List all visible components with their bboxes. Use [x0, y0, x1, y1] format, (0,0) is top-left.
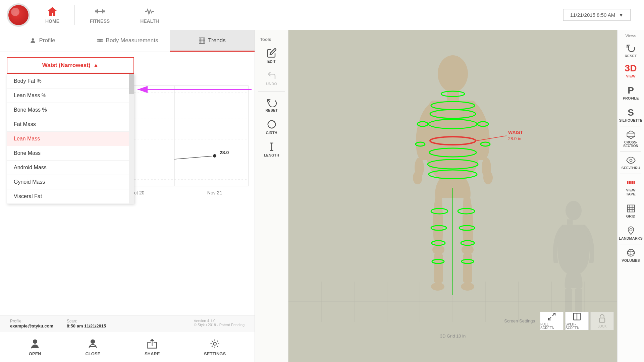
svg-point-5 [32, 38, 34, 41]
dropdown-item-lean-mass[interactable]: Lean Mass [7, 132, 134, 146]
svg-rect-105 [627, 181, 635, 184]
svg-line-97 [548, 317, 551, 320]
view-silhouette[interactable]: S SILHOUETTE [619, 106, 642, 124]
dropdown-item-bone-mass-pct[interactable]: Bone Mass % [7, 103, 134, 117]
svg-text:+: + [31, 345, 33, 350]
svg-marker-101 [627, 131, 635, 138]
tool-undo: UNDO [257, 68, 286, 88]
dropdown-item-body-fat[interactable]: Body Fat % [7, 74, 134, 88]
toolbar-open[interactable]: + OPEN [29, 338, 41, 356]
view-grid[interactable]: GRID [619, 202, 642, 220]
view-tape[interactable]: VIEW TAPE [619, 176, 642, 198]
svg-point-115 [630, 229, 632, 231]
views-sidebar: Views RESET 3D VIEW P PROFILE S SIL [617, 30, 644, 362]
dropdown-item-visceral-fat[interactable]: Visceral Fat [7, 189, 134, 204]
svg-point-104 [630, 159, 632, 162]
nav-health[interactable]: HEALTH [135, 4, 164, 25]
screen-settings-bar: Screen Settings FULL SCREEN SPLIT-SCREEN [288, 312, 617, 330]
view-volumes[interactable]: VOLUMES [619, 246, 642, 264]
grid-info: 3D Grid 10 in [288, 334, 617, 339]
human-model-svg: WAIST (NARROWEST) 28.0 in [382, 54, 523, 305]
measurement-dropdown-button[interactable]: Waist (Narrowest) ▲ [7, 57, 134, 74]
tab-body-measurements[interactable]: Body Measurements [85, 30, 170, 52]
profile-info-profile: Profile: example@styku.com [10, 319, 53, 328]
svg-point-42 [268, 121, 275, 128]
view-divider-5 [620, 174, 641, 174]
dropdown-item-fat-mass[interactable]: Fat Mass [7, 117, 134, 132]
arrow-annotation [134, 81, 255, 99]
svg-rect-100 [599, 318, 605, 322]
svg-rect-6 [97, 39, 103, 42]
toolbar-share[interactable]: SHARE [145, 338, 160, 356]
svg-rect-4 [98, 11, 102, 12]
view-divider-7 [620, 222, 641, 222]
dropdown-item-lean-mass-pct[interactable]: Lean Mass % [7, 88, 134, 103]
top-navigation: HOME FITNESS HEALTH 11/21/2015 8:50 AM ▼ [0, 0, 644, 30]
tab-trends[interactable]: Trends [170, 30, 255, 52]
svg-point-41 [213, 342, 216, 345]
svg-point-38 [91, 339, 95, 344]
view-profile[interactable]: P PROFILE [619, 84, 642, 102]
svg-text:28.0 in: 28.0 in [508, 136, 521, 141]
version-info: Version 4.1.0 © Styku 2019 - Patent Pend… [194, 319, 245, 327]
view-divider-6 [620, 200, 641, 200]
nav-divider-1 [74, 5, 75, 25]
main-content: Profile Body Measurements Trends Waist (… [0, 30, 644, 362]
svg-point-51 [483, 171, 493, 184]
tool-girth[interactable]: GIRTH [257, 117, 286, 137]
view-divider-4 [620, 152, 641, 152]
scrollbar-track [129, 74, 134, 204]
nav-fitness[interactable]: FITNESS [85, 4, 115, 25]
measurement-dropdown-wrapper: Waist (Narrowest) ▲ [7, 57, 248, 74]
tool-reset[interactable]: RESET [257, 94, 286, 115]
view-3d[interactable]: 3D VIEW [619, 62, 642, 80]
full-screen-button[interactable]: FULL SCREEN [540, 312, 564, 330]
view-see-thru[interactable]: SEE-THRU [619, 154, 642, 172]
svg-rect-54 [434, 253, 443, 283]
nav-home[interactable]: HOME [40, 4, 64, 25]
data-point [213, 154, 217, 158]
dropdown-item-gynoid-mass[interactable]: Gynoid Mass [7, 175, 134, 189]
chart-area: Waist (Narrowest) ▲ [0, 52, 255, 315]
tool-edit[interactable]: EDIT [257, 45, 286, 66]
toolbar-settings[interactable]: SETTINGS [204, 338, 226, 356]
left-panel: Profile Body Measurements Trends Waist (… [0, 30, 255, 362]
svg-rect-110 [627, 205, 634, 212]
tab-profile[interactable]: Profile [0, 30, 85, 52]
tool-length[interactable]: LENGTH [257, 139, 286, 160]
svg-text:28.0: 28.0 [220, 150, 229, 155]
profile-info-bar: Profile: example@styku.com Scan: 8:50 am… [0, 315, 255, 332]
svg-text:WAIST (NARROWEST): WAIST (NARROWEST) [508, 130, 523, 135]
svg-point-92 [566, 201, 582, 220]
svg-point-36 [33, 339, 37, 344]
svg-point-50 [413, 171, 422, 184]
dropdown-item-android-mass[interactable]: Android Mass [7, 161, 134, 175]
view-reset[interactable]: RESET [619, 42, 642, 60]
toolbar-close[interactable]: CLOSE [85, 338, 100, 356]
svg-point-46 [438, 55, 468, 92]
right-panel: Tools EDIT UNDO [255, 30, 644, 362]
tools-label: Tools [257, 35, 286, 44]
svg-rect-0 [95, 10, 97, 12]
view-divider-2 [620, 104, 641, 104]
view-divider-3 [620, 126, 641, 126]
svg-line-96 [552, 313, 555, 316]
tools-panel: Tools EDIT UNDO [255, 30, 288, 362]
svg-rect-1 [103, 10, 105, 12]
svg-rect-47 [447, 90, 459, 101]
scrollbar-thumb[interactable] [129, 74, 134, 94]
view-cross-section[interactable]: CROSS-SECTION [619, 128, 642, 150]
svg-rect-2 [97, 9, 98, 13]
tab-bar: Profile Body Measurements Trends [0, 30, 255, 52]
app-logo[interactable] [7, 3, 30, 27]
lock-button: LOCK [590, 312, 614, 330]
dropdown-item-bone-mass[interactable]: Bone Mass [7, 146, 134, 161]
screen-settings-label: Screen Settings [504, 318, 535, 323]
date-selector[interactable]: 11/21/2015 8:50 AM ▼ [563, 9, 631, 21]
view-divider-8 [620, 244, 641, 244]
profile-info-scan: Scan: 8:50 am 11/21/2015 [67, 319, 106, 328]
svg-text:Nov 21: Nov 21 [207, 190, 222, 195]
tool-divider [258, 91, 285, 92]
view-landmarks[interactable]: LANDMARKS [619, 224, 642, 242]
split-screen-button[interactable]: SPLIT-SCREEN [565, 312, 589, 330]
